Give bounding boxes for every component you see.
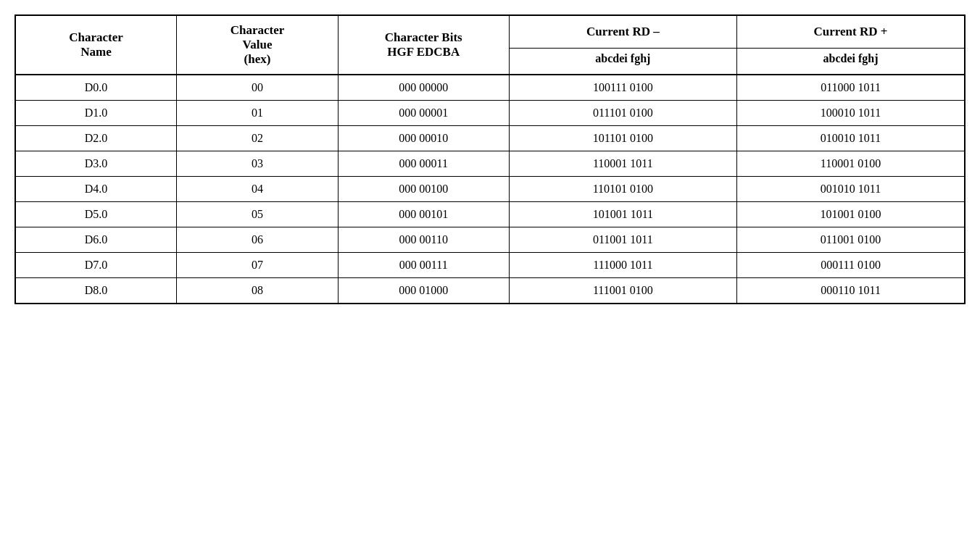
cell-rd-plus: 011001 0100 <box>737 227 965 253</box>
table-row: D3.003000 00011110001 1011110001 0100 <box>15 151 965 177</box>
cell-rd-minus: 011001 1011 <box>509 227 736 253</box>
cell-rd-minus: 100111 0100 <box>509 75 736 101</box>
table-row: D0.000000 00000100111 0100011000 1011 <box>15 75 965 101</box>
cell-char-value: 02 <box>177 126 339 151</box>
cell-char-bits: 000 00111 <box>338 253 509 278</box>
cell-rd-plus: 101001 0100 <box>737 202 965 227</box>
cell-char-name: D1.0 <box>15 101 177 126</box>
cell-char-bits: 000 00010 <box>338 126 509 151</box>
cell-char-value: 04 <box>177 177 339 202</box>
table-row: D5.005000 00101101001 1011101001 0100 <box>15 202 965 227</box>
cell-rd-plus: 001010 1011 <box>737 177 965 202</box>
header-rd-minus-sub: abcdei fghj <box>509 48 736 75</box>
cell-char-bits: 000 01000 <box>338 278 509 304</box>
cell-rd-minus: 111000 1011 <box>509 253 736 278</box>
cell-char-value: 07 <box>177 253 339 278</box>
cell-char-bits: 000 00100 <box>338 177 509 202</box>
cell-char-value: 01 <box>177 101 339 126</box>
cell-char-name: D5.0 <box>15 202 177 227</box>
cell-rd-plus: 010010 1011 <box>737 126 965 151</box>
table-row: D7.007000 00111111000 1011000111 0100 <box>15 253 965 278</box>
table-container: Character Name Character Value (hex) Cha… <box>14 14 966 304</box>
header-character-bits: Character Bits HGF EDCBA <box>338 15 509 75</box>
cell-rd-minus: 101001 1011 <box>509 202 736 227</box>
cell-char-value: 06 <box>177 227 339 253</box>
cell-char-bits: 000 00110 <box>338 227 509 253</box>
data-table: Character Name Character Value (hex) Cha… <box>14 14 966 304</box>
table-row: D1.001000 00001011101 0100100010 1011 <box>15 101 965 126</box>
header-character-name: Character Name <box>15 15 177 75</box>
table-row: D6.006000 00110011001 1011011001 0100 <box>15 227 965 253</box>
table-row: D8.008000 01000111001 0100000110 1011 <box>15 278 965 304</box>
cell-rd-plus: 011000 1011 <box>737 75 965 101</box>
cell-char-name: D4.0 <box>15 177 177 202</box>
cell-char-value: 03 <box>177 151 339 177</box>
cell-rd-minus: 111001 0100 <box>509 278 736 304</box>
cell-rd-minus: 110001 1011 <box>509 151 736 177</box>
cell-char-name: D3.0 <box>15 151 177 177</box>
cell-rd-plus: 000110 1011 <box>737 278 965 304</box>
table-row: D4.004000 00100110101 0100001010 1011 <box>15 177 965 202</box>
cell-char-name: D8.0 <box>15 278 177 304</box>
cell-char-value: 08 <box>177 278 339 304</box>
cell-char-bits: 000 00001 <box>338 101 509 126</box>
cell-rd-minus: 101101 0100 <box>509 126 736 151</box>
cell-rd-plus: 000111 0100 <box>737 253 965 278</box>
cell-rd-minus: 011101 0100 <box>509 101 736 126</box>
cell-rd-plus: 110001 0100 <box>737 151 965 177</box>
cell-char-value: 00 <box>177 75 339 101</box>
cell-char-value: 05 <box>177 202 339 227</box>
cell-char-bits: 000 00101 <box>338 202 509 227</box>
table-row: D2.002000 00010101101 0100010010 1011 <box>15 126 965 151</box>
cell-char-name: D7.0 <box>15 253 177 278</box>
cell-char-bits: 000 00011 <box>338 151 509 177</box>
header-character-value: Character Value (hex) <box>177 15 339 75</box>
cell-char-name: D0.0 <box>15 75 177 101</box>
cell-rd-plus: 100010 1011 <box>737 101 965 126</box>
cell-char-name: D2.0 <box>15 126 177 151</box>
cell-rd-minus: 110101 0100 <box>509 177 736 202</box>
header-rd-plus-sub: abcdei fghj <box>737 48 965 75</box>
cell-char-name: D6.0 <box>15 227 177 253</box>
header-rd-minus-top: Current RD – <box>509 15 736 48</box>
cell-char-bits: 000 00000 <box>338 75 509 101</box>
header-rd-plus-top: Current RD + <box>737 15 965 48</box>
